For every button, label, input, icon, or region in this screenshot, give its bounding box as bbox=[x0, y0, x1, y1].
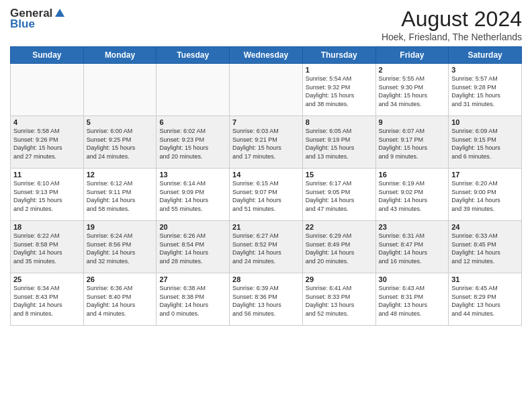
calendar-cell: 2Sunrise: 5:55 AM Sunset: 9:30 PM Daylig… bbox=[375, 64, 449, 116]
calendar-cell: 5Sunrise: 6:00 AM Sunset: 9:25 PM Daylig… bbox=[83, 116, 157, 169]
weekday-header-saturday: Saturday bbox=[449, 47, 522, 64]
day-info: Sunrise: 6:20 AM Sunset: 9:00 PM Dayligh… bbox=[451, 179, 519, 213]
day-info: Sunrise: 6:36 AM Sunset: 8:40 PM Dayligh… bbox=[87, 284, 154, 318]
calendar-cell: 10Sunrise: 6:09 AM Sunset: 9:15 PM Dayli… bbox=[449, 116, 522, 169]
weekday-header-row: SundayMondayTuesdayWednesdayThursdayFrid… bbox=[11, 47, 522, 64]
day-info: Sunrise: 6:27 AM Sunset: 8:52 PM Dayligh… bbox=[232, 232, 300, 265]
calendar-cell bbox=[83, 64, 157, 116]
calendar-cell: 18Sunrise: 6:22 AM Sunset: 8:58 PM Dayli… bbox=[11, 221, 84, 273]
day-number: 6 bbox=[159, 118, 226, 126]
day-info: Sunrise: 6:10 AM Sunset: 9:13 PM Dayligh… bbox=[13, 179, 81, 213]
calendar-cell: 25Sunrise: 6:34 AM Sunset: 8:43 PM Dayli… bbox=[11, 273, 84, 326]
day-number: 2 bbox=[379, 66, 446, 74]
day-number: 23 bbox=[379, 223, 446, 231]
day-number: 16 bbox=[379, 171, 446, 179]
calendar-cell: 24Sunrise: 6:33 AM Sunset: 8:45 PM Dayli… bbox=[449, 221, 522, 273]
calendar-cell bbox=[230, 64, 303, 116]
svg-marker-0 bbox=[55, 9, 64, 17]
calendar-cell bbox=[157, 64, 230, 116]
day-number: 21 bbox=[232, 223, 300, 231]
title-block: August 2024 Hoek, Friesland, The Netherl… bbox=[382, 7, 522, 42]
day-info: Sunrise: 6:41 AM Sunset: 8:33 PM Dayligh… bbox=[306, 284, 373, 318]
calendar-cell: 8Sunrise: 6:05 AM Sunset: 9:19 PM Daylig… bbox=[302, 116, 375, 169]
day-info: Sunrise: 6:14 AM Sunset: 9:09 PM Dayligh… bbox=[159, 179, 226, 213]
calendar-cell: 20Sunrise: 6:26 AM Sunset: 8:54 PM Dayli… bbox=[157, 221, 230, 273]
calendar-cell: 30Sunrise: 6:43 AM Sunset: 8:31 PM Dayli… bbox=[375, 273, 449, 326]
day-number: 9 bbox=[379, 118, 446, 126]
calendar-week-row: 18Sunrise: 6:22 AM Sunset: 8:58 PM Dayli… bbox=[11, 221, 522, 273]
day-number: 17 bbox=[451, 171, 519, 179]
calendar-cell: 9Sunrise: 6:07 AM Sunset: 9:17 PM Daylig… bbox=[375, 116, 449, 169]
day-number: 1 bbox=[306, 66, 373, 74]
calendar-week-row: 11Sunrise: 6:10 AM Sunset: 9:13 PM Dayli… bbox=[11, 169, 522, 221]
weekday-header-tuesday: Tuesday bbox=[157, 47, 230, 64]
calendar-cell: 6Sunrise: 6:02 AM Sunset: 9:23 PM Daylig… bbox=[157, 116, 230, 169]
calendar-cell: 7Sunrise: 6:03 AM Sunset: 9:21 PM Daylig… bbox=[230, 116, 303, 169]
calendar-cell: 19Sunrise: 6:24 AM Sunset: 8:56 PM Dayli… bbox=[83, 221, 157, 273]
day-number: 10 bbox=[451, 118, 519, 126]
logo: General Blue bbox=[10, 7, 66, 31]
day-number: 20 bbox=[159, 223, 226, 231]
day-number: 12 bbox=[87, 171, 154, 179]
day-info: Sunrise: 6:24 AM Sunset: 8:56 PM Dayligh… bbox=[87, 232, 154, 265]
calendar-week-row: 4Sunrise: 5:58 AM Sunset: 9:26 PM Daylig… bbox=[11, 116, 522, 169]
day-info: Sunrise: 6:05 AM Sunset: 9:19 PM Dayligh… bbox=[306, 127, 373, 161]
day-info: Sunrise: 6:03 AM Sunset: 9:21 PM Dayligh… bbox=[232, 127, 300, 161]
day-number: 25 bbox=[13, 275, 81, 283]
day-info: Sunrise: 6:22 AM Sunset: 8:58 PM Dayligh… bbox=[13, 232, 81, 265]
calendar-cell: 16Sunrise: 6:19 AM Sunset: 9:02 PM Dayli… bbox=[375, 169, 449, 221]
weekday-header-friday: Friday bbox=[375, 47, 449, 64]
day-info: Sunrise: 6:43 AM Sunset: 8:31 PM Dayligh… bbox=[379, 284, 446, 318]
day-number: 15 bbox=[306, 171, 373, 179]
calendar-cell: 29Sunrise: 6:41 AM Sunset: 8:33 PM Dayli… bbox=[302, 273, 375, 326]
day-info: Sunrise: 5:58 AM Sunset: 9:26 PM Dayligh… bbox=[13, 127, 81, 161]
day-number: 18 bbox=[13, 223, 81, 231]
calendar-cell: 21Sunrise: 6:27 AM Sunset: 8:52 PM Dayli… bbox=[230, 221, 303, 273]
day-number: 5 bbox=[87, 118, 154, 126]
day-number: 8 bbox=[306, 118, 373, 126]
calendar-cell: 13Sunrise: 6:14 AM Sunset: 9:09 PM Dayli… bbox=[157, 169, 230, 221]
calendar-cell: 14Sunrise: 6:15 AM Sunset: 9:07 PM Dayli… bbox=[230, 169, 303, 221]
calendar-page: General Blue August 2024 Hoek, Friesland… bbox=[0, 0, 532, 411]
weekday-header-monday: Monday bbox=[83, 47, 157, 64]
weekday-header-thursday: Thursday bbox=[302, 47, 375, 64]
calendar-cell: 28Sunrise: 6:39 AM Sunset: 8:36 PM Dayli… bbox=[230, 273, 303, 326]
day-info: Sunrise: 6:31 AM Sunset: 8:47 PM Dayligh… bbox=[379, 232, 446, 265]
calendar-cell: 1Sunrise: 5:54 AM Sunset: 9:32 PM Daylig… bbox=[302, 64, 375, 116]
day-info: Sunrise: 6:34 AM Sunset: 8:43 PM Dayligh… bbox=[13, 284, 81, 318]
weekday-header-wednesday: Wednesday bbox=[230, 47, 303, 64]
day-number: 13 bbox=[159, 171, 226, 179]
day-info: Sunrise: 6:19 AM Sunset: 9:02 PM Dayligh… bbox=[379, 179, 446, 213]
day-number: 29 bbox=[306, 275, 373, 283]
calendar-week-row: 1Sunrise: 5:54 AM Sunset: 9:32 PM Daylig… bbox=[11, 64, 522, 116]
day-info: Sunrise: 6:15 AM Sunset: 9:07 PM Dayligh… bbox=[232, 179, 300, 213]
day-info: Sunrise: 6:07 AM Sunset: 9:17 PM Dayligh… bbox=[379, 127, 446, 161]
calendar-cell: 4Sunrise: 5:58 AM Sunset: 9:26 PM Daylig… bbox=[11, 116, 84, 169]
calendar-week-row: 25Sunrise: 6:34 AM Sunset: 8:43 PM Dayli… bbox=[11, 273, 522, 326]
day-number: 4 bbox=[13, 118, 81, 126]
day-info: Sunrise: 5:55 AM Sunset: 9:30 PM Dayligh… bbox=[379, 75, 446, 108]
day-info: Sunrise: 5:54 AM Sunset: 9:32 PM Dayligh… bbox=[306, 75, 373, 108]
day-number: 22 bbox=[306, 223, 373, 231]
day-info: Sunrise: 5:57 AM Sunset: 9:28 PM Dayligh… bbox=[451, 75, 519, 108]
day-number: 14 bbox=[232, 171, 300, 179]
calendar-cell: 17Sunrise: 6:20 AM Sunset: 9:00 PM Dayli… bbox=[449, 169, 522, 221]
month-year: August 2024 bbox=[382, 7, 522, 32]
day-number: 28 bbox=[232, 275, 300, 283]
location: Hoek, Friesland, The Netherlands bbox=[382, 32, 522, 42]
day-info: Sunrise: 6:33 AM Sunset: 8:45 PM Dayligh… bbox=[451, 232, 519, 265]
header: General Blue August 2024 Hoek, Friesland… bbox=[10, 7, 522, 42]
day-info: Sunrise: 6:02 AM Sunset: 9:23 PM Dayligh… bbox=[159, 127, 226, 161]
day-number: 11 bbox=[13, 171, 81, 179]
day-info: Sunrise: 6:39 AM Sunset: 8:36 PM Dayligh… bbox=[232, 284, 300, 318]
calendar-cell: 22Sunrise: 6:29 AM Sunset: 8:49 PM Dayli… bbox=[302, 221, 375, 273]
weekday-header-sunday: Sunday bbox=[11, 47, 84, 64]
day-number: 7 bbox=[232, 118, 300, 126]
day-number: 31 bbox=[451, 275, 519, 283]
calendar-cell: 31Sunrise: 6:45 AM Sunset: 8:29 PM Dayli… bbox=[449, 273, 522, 326]
day-number: 27 bbox=[159, 275, 226, 283]
calendar-cell: 27Sunrise: 6:38 AM Sunset: 8:38 PM Dayli… bbox=[157, 273, 230, 326]
day-number: 19 bbox=[87, 223, 154, 231]
day-info: Sunrise: 6:00 AM Sunset: 9:25 PM Dayligh… bbox=[87, 127, 154, 161]
calendar-cell: 15Sunrise: 6:17 AM Sunset: 9:05 PM Dayli… bbox=[302, 169, 375, 221]
